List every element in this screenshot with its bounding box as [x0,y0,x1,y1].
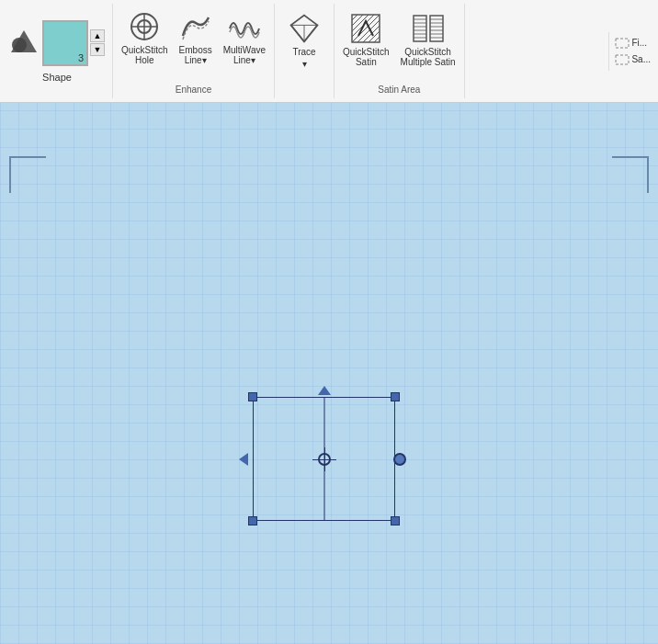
trace-section: Trace ▾ [275,4,335,98]
right-panel: Fi... Sa... [608,32,656,71]
svg-line-8 [291,25,304,41]
trace-btn[interactable]: Trace ▾ [282,9,326,72]
svg-line-13 [352,15,363,26]
shape-scroll: ▲ ▼ [90,29,105,56]
svg-line-19 [369,31,380,42]
scroll-down-btn[interactable]: ▼ [90,43,105,56]
shape-number: 3 [78,52,84,63]
svg-line-16 [352,15,380,42]
right-btn-2[interactable]: Sa... [613,52,652,67]
center-vline [323,397,324,521]
shape-icons: 3 ▲ ▼ [9,20,105,66]
toolbar: 3 ▲ ▼ Shape QuickStitchHole [0,0,658,103]
svg-line-9 [304,25,317,41]
svg-line-20 [374,37,380,42]
shape-preview: 3 [42,20,88,66]
scroll-up-btn[interactable]: ▲ [90,29,105,42]
satin-area-title: Satin Area [378,85,420,95]
satin-area-section: QuickStitchSatin [335,4,465,98]
svg-line-12 [352,15,357,20]
svg-rect-35 [616,39,629,48]
handle-left[interactable] [239,453,248,466]
shape-section: 3 ▲ ▼ Shape [2,4,113,98]
trace-label: Trace [292,47,315,57]
quickstitch-satin-label: QuickStitchSatin [343,47,390,67]
handle-right[interactable] [393,453,406,466]
handle-top[interactable] [318,386,331,395]
handle-tr[interactable] [391,392,400,401]
frame-corner-tl [9,156,46,193]
frame-corner-tr [612,156,649,193]
selected-object[interactable] [234,378,414,539]
enhance-tools: QuickStitchHole EmbossLine▾ MultiWaveLin… [117,7,270,68]
satin-tools: QuickStitchSatin [338,9,460,70]
quickstitch-hole-btn[interactable]: QuickStitchHole [117,7,173,68]
enhance-section: QuickStitchHole EmbossLine▾ MultiWaveLin… [113,4,275,98]
shape-icons-graphic [9,27,39,60]
quickstitch-multiple-satin-btn[interactable]: QuickStitchMultiple Satin [396,9,460,70]
emboss-line-label: EmbossLine▾ [179,45,212,65]
quickstitch-multiple-satin-label: QuickStitchMultiple Satin [401,47,456,67]
enhance-section-title: Enhance [176,85,211,95]
handle-br[interactable] [391,516,400,525]
svg-rect-36 [616,55,629,64]
right-btn-1[interactable]: Fi... [613,36,652,51]
trace-dropdown: ▾ [302,59,307,69]
shape-label: Shape [42,72,72,83]
multiwave-line-btn[interactable]: MultiWaveLine▾ [219,7,270,68]
quickstitch-hole-label: QuickStitchHole [121,45,168,65]
multiwave-line-label: MultiWaveLine▾ [223,45,266,65]
svg-marker-7 [291,16,318,26]
quickstitch-satin-btn[interactable]: QuickStitchSatin [338,9,394,70]
canvas [0,103,658,644]
right-btn-2-label: Sa... [631,54,651,64]
emboss-line-btn[interactable]: EmbossLine▾ [175,7,217,68]
handle-tl[interactable] [248,392,257,401]
right-btn-1-label: Fi... [631,38,647,48]
handle-bl[interactable] [248,516,257,525]
